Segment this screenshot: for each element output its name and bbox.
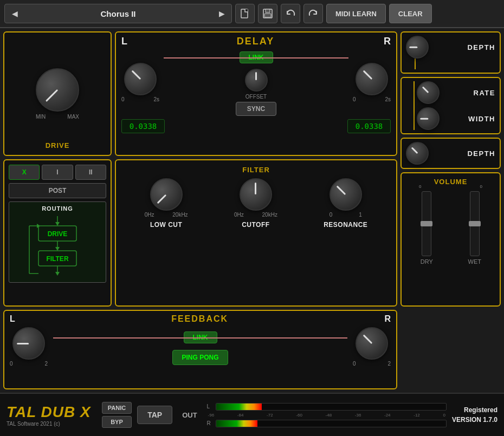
lfo-depth-top-knob[interactable] (406, 36, 429, 58)
delay-link-section: LINK OFFSET SYNC (164, 49, 348, 116)
clear-button[interactable]: CLEAR (389, 4, 432, 23)
lfo-depth-bottom-row: DEPTH (406, 142, 495, 165)
feedback-left-range: 02 (10, 361, 48, 367)
drive-knob[interactable] (36, 68, 79, 112)
version-area: Registered VERSION 1.7.0 (452, 406, 497, 424)
mode-buttons: X I II (9, 165, 106, 180)
registered-label: Registered (464, 406, 497, 414)
delay-sync-button[interactable]: SYNC (236, 102, 276, 116)
lfo-depth-bottom-knob[interactable] (406, 142, 429, 165)
lfo-width-row: WIDTH (417, 107, 495, 130)
resonance-knob[interactable] (329, 178, 362, 211)
preset-navigator: ◀ Chorus II ▶ (4, 4, 232, 23)
feedback-right-range: 02 (353, 361, 391, 367)
drive-panel: MIN MAX DRIVE (3, 31, 112, 156)
feedback-center: LINK PING PONG (53, 329, 347, 365)
dry-slider-col: 0 DRY (406, 184, 448, 265)
resonance-range: 0 1 (329, 212, 362, 218)
lfo-rate-width-panel: RATE WIDTH (400, 77, 501, 134)
wet-slider-thumb[interactable] (469, 221, 481, 226)
delay-left-knob-group: 02s (121, 63, 159, 102)
dry-tick: 0 (419, 184, 421, 189)
delay-right-knob[interactable] (356, 63, 388, 95)
lfo-width-label: WIDTH (468, 115, 495, 123)
lfo-depth-top-label: DEPTH (467, 43, 495, 51)
dry-slider-track (422, 191, 431, 256)
feedback-l-label: L (10, 314, 15, 324)
out-label: OUT (182, 411, 197, 419)
lfo-depth-bottom-panel: DEPTH (400, 138, 501, 169)
delay-panel: L DELAY R 02s LINK (115, 31, 397, 156)
save-preset-button[interactable] (258, 4, 277, 23)
meter-r-ch: R (207, 420, 214, 426)
feedback-right-knob-group: 02 (353, 327, 391, 367)
panic-byp-buttons: PANIC BYP (102, 402, 132, 428)
delay-offset-knob[interactable] (245, 69, 268, 92)
lfo-width-knob[interactable] (417, 107, 440, 130)
lfo-rw-rows: RATE WIDTH (417, 81, 495, 130)
routing-label: ROUTING (12, 205, 102, 212)
svg-rect-3 (266, 9, 270, 12)
mode-ii-button[interactable]: II (75, 165, 106, 180)
panic-button[interactable]: PANIC (102, 402, 132, 414)
lfo-depth-top-panel: DEPTH (400, 31, 501, 74)
prev-preset-button[interactable]: ◀ (5, 4, 24, 23)
meter-r-fill (216, 420, 257, 427)
svg-text:FILTER: FILTER (46, 255, 68, 263)
next-preset-button[interactable]: ▶ (212, 4, 231, 23)
meter-l-ch: L (207, 404, 214, 409)
right-column: DEPTH RATE (400, 31, 501, 307)
midi-learn-button[interactable]: MIDI LEARN (326, 4, 386, 23)
brand: TAL DUB X TAL Software 2021 (c) (7, 404, 91, 427)
post-button[interactable]: POST (9, 183, 106, 198)
svg-rect-4 (264, 14, 271, 17)
lowcut-range: 0Hz 20kHz (145, 212, 188, 218)
preset-name-display: Chorus II (24, 9, 212, 18)
dry-slider-thumb[interactable] (421, 221, 432, 226)
meter-l-fill (216, 404, 262, 410)
delay-displays: 0.0338 0.0338 (121, 119, 391, 133)
routing-diagram: DRIVE FILTER (12, 214, 102, 279)
lowcut-group: 0Hz 20kHz LOW CUT (145, 178, 188, 229)
meter-r-bar (216, 420, 447, 427)
delay-left-display: 0.0338 (121, 119, 165, 133)
cutoff-knob[interactable] (240, 178, 272, 211)
filter-panel: FILTER 0Hz 20kHz LOW CUT (115, 159, 397, 307)
lfo-rw-content: RATE WIDTH (406, 81, 495, 130)
new-preset-button[interactable] (235, 4, 255, 23)
lfo-rate-row: RATE (417, 81, 495, 104)
lfo-rate-knob[interactable] (417, 81, 440, 104)
feedback-r-label: R (384, 314, 391, 324)
delay-right-knob-group: 02s (353, 63, 391, 102)
undo-button[interactable] (281, 4, 300, 23)
mode-i-button[interactable]: I (42, 165, 73, 180)
tap-button[interactable]: TAP (137, 406, 172, 424)
redo-button[interactable] (303, 4, 323, 23)
lfo-rate-label: RATE (474, 89, 495, 97)
output-meter: L -96 -84 -72 -60 -48 -36 -24 -12 0 R (207, 403, 447, 427)
lfo-depth-top-row: DEPTH (406, 36, 495, 58)
volume-panel: VOLUME 0 DRY 0 WET (400, 172, 501, 307)
meter-l-bar (216, 403, 447, 411)
feedback-right-knob[interactable] (356, 327, 388, 360)
feedback-left-knob[interactable] (12, 327, 45, 360)
lowcut-knob[interactable] (150, 178, 183, 211)
version-label: VERSION 1.7.0 (452, 416, 497, 424)
feedback-knobs: 02 LINK PING PONG 02 (10, 327, 391, 367)
delay-r-label: R (384, 36, 391, 47)
wet-label: WET (468, 258, 481, 265)
delay-right-range: 02s (353, 96, 391, 102)
drive-min-label: MIN (36, 114, 46, 120)
drive-label: DRIVE (4, 139, 111, 152)
mode-x-button[interactable]: X (9, 165, 40, 180)
content-area: MIN MAX DRIVE L DELAY R 02s (0, 28, 504, 393)
meter-r-row: R (207, 420, 447, 427)
ping-pong-button[interactable]: PING PONG (172, 350, 228, 365)
volume-sliders: 0 DRY 0 WET (406, 189, 495, 265)
delay-title: DELAY (237, 36, 274, 47)
delay-left-knob[interactable] (124, 63, 157, 95)
drive-max-label: MAX (67, 114, 79, 120)
byp-button[interactable]: BYP (102, 416, 132, 428)
delay-l-label: L (121, 36, 127, 47)
feedback-header: L FEEDBACK R (10, 314, 391, 324)
